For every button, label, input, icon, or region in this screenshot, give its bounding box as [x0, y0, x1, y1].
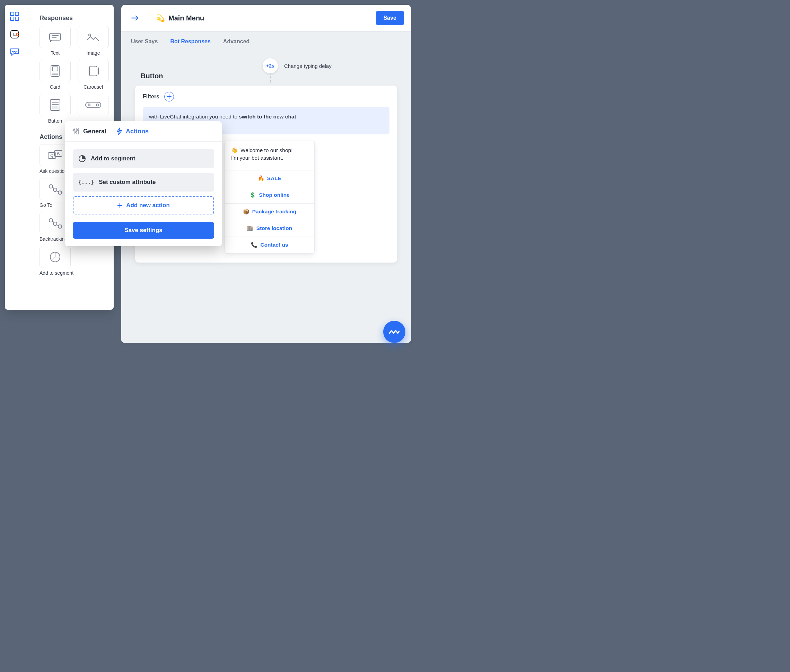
- svg-point-35: [75, 132, 77, 133]
- back-button[interactable]: [128, 11, 142, 25]
- typing-delay-pill[interactable]: +2s: [263, 58, 278, 74]
- tile-label: Image: [87, 50, 100, 56]
- btn-emoji: 💲: [250, 192, 256, 198]
- page-title: 💫 Main Menu: [156, 14, 204, 22]
- popover-tabs: General Actions: [65, 121, 222, 142]
- lc-rail-icon[interactable]: LC: [10, 30, 19, 40]
- divider: [149, 10, 149, 26]
- apps-rail-icon[interactable]: [10, 12, 19, 22]
- tab-user-says[interactable]: User Says: [131, 38, 158, 45]
- svg-point-10: [89, 34, 91, 36]
- lightning-icon: [116, 128, 122, 135]
- save-button[interactable]: Save: [376, 11, 404, 25]
- ptab-actions-label: Actions: [126, 128, 149, 135]
- btn-label: SALE: [267, 175, 281, 181]
- chat-bubble-icon: [10, 48, 19, 57]
- btn-label: Shop online: [259, 192, 290, 198]
- action-row-label: Set custom attribute: [99, 179, 155, 186]
- tab-bot-responses[interactable]: Bot Responses: [170, 38, 210, 45]
- chatbot-rail-icon[interactable]: [10, 48, 19, 58]
- svg-point-32: [58, 225, 62, 228]
- svg-text:C: C: [16, 32, 19, 37]
- svg-point-30: [49, 219, 53, 222]
- tile-image[interactable]: Image: [78, 26, 109, 56]
- chat-body: 👋 Welcome to our shop! I'm your bot assi…: [225, 141, 314, 165]
- btn-emoji: 📦: [243, 208, 250, 215]
- tile-label: Card: [50, 84, 60, 90]
- svg-point-27: [49, 185, 53, 188]
- braces-icon: {...}: [78, 179, 94, 185]
- svg-rect-7: [50, 33, 61, 40]
- ask-question-icon: QA: [47, 149, 63, 162]
- wave-icon: [389, 328, 400, 335]
- chat-button-tracking[interactable]: 📦 Package tracking: [225, 203, 314, 220]
- banner-strong: switch to the new chat: [239, 114, 296, 120]
- main-header: 💫 Main Menu Save: [121, 5, 411, 31]
- svg-rect-0: [10, 12, 14, 16]
- tile-label: Carousel: [83, 84, 103, 90]
- chat-button-sale[interactable]: 🔥 SALE: [225, 170, 314, 187]
- arrow-right-icon: [131, 14, 139, 21]
- segment-icon: [78, 155, 86, 162]
- popover-tab-general[interactable]: General: [73, 128, 106, 135]
- btn-emoji: 🔥: [258, 175, 264, 181]
- svg-point-22: [96, 104, 98, 106]
- svg-rect-1: [15, 12, 19, 16]
- greeting-text: Welcome to our shop!: [240, 147, 292, 154]
- action-tile-add-segment[interactable]: Add to segment: [40, 246, 105, 276]
- goto-icon: [47, 183, 63, 195]
- tile-label: Text: [51, 50, 59, 56]
- connector-line: [270, 74, 271, 83]
- title-text: Main Menu: [168, 14, 204, 22]
- popover-body: Add to segment {...} Set custom attribut…: [65, 142, 222, 222]
- popover-tab-actions[interactable]: Actions: [116, 128, 149, 135]
- chat-buttons: 🔥 SALE 💲 Shop online 📦 Package tracking …: [225, 165, 314, 253]
- svg-rect-12: [52, 67, 58, 71]
- chat-fab[interactable]: [383, 321, 405, 343]
- typing-delay-row: +2s Change typing delay: [263, 58, 332, 74]
- filters-row: Filters: [143, 92, 389, 101]
- save-settings-button[interactable]: Save settings: [73, 222, 214, 238]
- card-icon: [49, 64, 61, 78]
- tile-carousel[interactable]: Carousel: [78, 60, 109, 90]
- svg-rect-3: [15, 17, 19, 21]
- tab-advanced[interactable]: Advanced: [223, 38, 250, 45]
- svg-rect-19: [51, 106, 59, 109]
- editor-tabs: User Says Bot Responses Advanced: [121, 31, 411, 51]
- title-emoji: 💫: [156, 14, 165, 22]
- svg-rect-15: [90, 66, 97, 76]
- plus-icon: [167, 94, 171, 99]
- tile-label: Go To: [40, 202, 52, 208]
- chat-button-store[interactable]: 🏬 Store location: [225, 220, 314, 237]
- popover-footer: Save settings: [65, 222, 222, 246]
- tile-button[interactable]: Button: [40, 94, 71, 124]
- responses-tile-grid: Text Image Card Carousel Button: [29, 26, 105, 124]
- svg-text:A: A: [57, 151, 60, 156]
- sliders-icon: [73, 128, 80, 135]
- segment-icon: [49, 251, 61, 263]
- add-new-action-button[interactable]: Add new action: [73, 197, 214, 214]
- tile-label: Add to segment: [40, 270, 74, 276]
- lc-logo-icon: LC: [10, 30, 19, 39]
- chat-button-shop[interactable]: 💲 Shop online: [225, 187, 314, 203]
- tile-text[interactable]: Text: [40, 26, 71, 56]
- tile-card[interactable]: Card: [40, 60, 71, 90]
- chat-button-contact[interactable]: 📞 Contact us: [225, 237, 314, 253]
- svg-text:Q: Q: [50, 153, 53, 158]
- button-icon: [48, 98, 62, 112]
- tile-label: Ask question: [40, 168, 67, 174]
- banner-prefix: with LiveChat integration you need to: [149, 114, 239, 120]
- btn-emoji: 📞: [251, 242, 258, 248]
- action-row-segment[interactable]: Add to segment: [73, 149, 214, 168]
- tile-label: Backtracking: [40, 236, 67, 242]
- add-filter-button[interactable]: [164, 92, 174, 101]
- pill-icon: [84, 101, 102, 109]
- btn-emoji: 🏬: [247, 225, 254, 231]
- add-new-label: Add new action: [126, 202, 170, 209]
- btn-label: Contact us: [260, 242, 288, 248]
- actions-popover: General Actions Add to segment {...} Set…: [65, 121, 222, 246]
- backtracking-icon: [47, 217, 63, 229]
- typing-delay-label: Change typing delay: [284, 63, 332, 69]
- tile-quick-reply[interactable]: [78, 94, 109, 124]
- action-row-custom-attr[interactable]: {...} Set custom attribute: [73, 173, 214, 192]
